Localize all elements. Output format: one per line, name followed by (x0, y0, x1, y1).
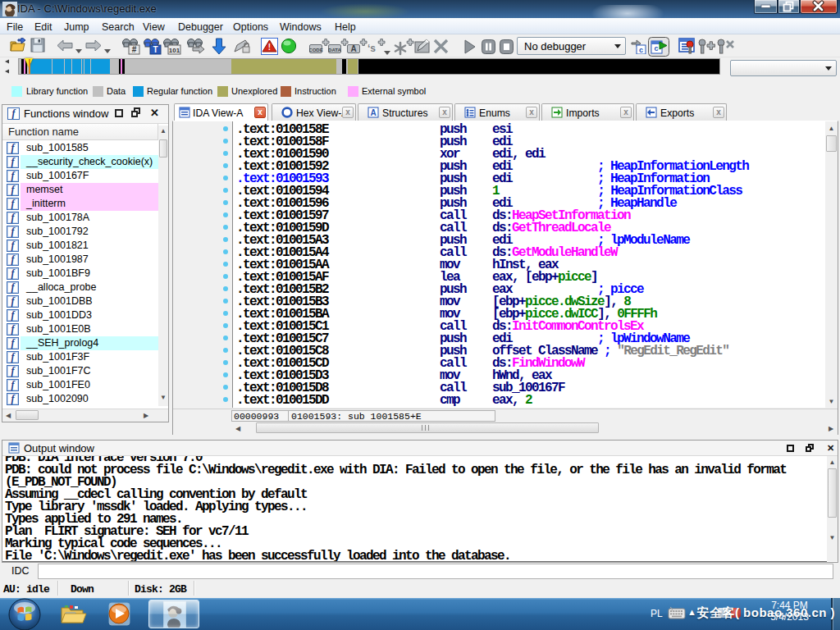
svg-text:A: A (350, 44, 356, 53)
svg-text:101: 101 (169, 47, 180, 54)
svg-text:c: c (654, 44, 658, 52)
svg-text:#: # (132, 45, 137, 54)
svg-text:A: A (370, 108, 376, 117)
svg-text:!: ! (268, 43, 271, 52)
svg-text:c: c (639, 46, 643, 54)
svg-text:‘s: ‘s (368, 43, 376, 54)
svg-text:DATA: DATA (328, 48, 341, 52)
svg-text:CODE: CODE (309, 48, 323, 52)
svg-text:T: T (153, 45, 158, 54)
